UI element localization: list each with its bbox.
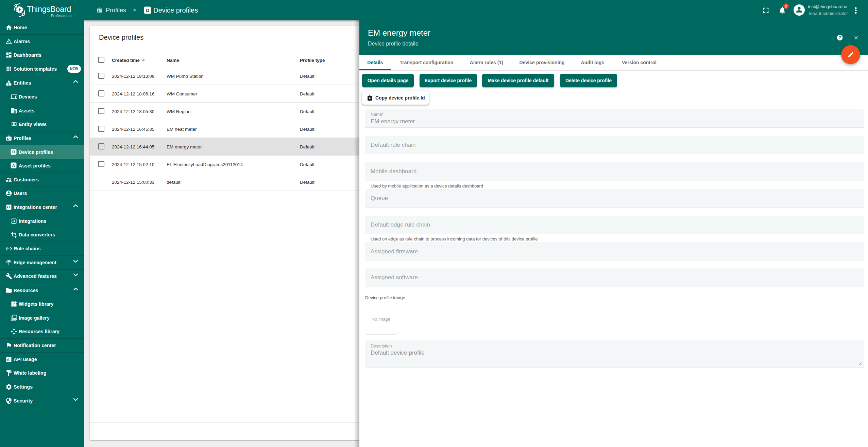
- svg-text:A: A: [12, 163, 15, 167]
- svg-text:Professional: Professional: [51, 14, 71, 18]
- svg-text:ThingsBoard: ThingsBoard: [27, 5, 71, 14]
- svg-text:D: D: [146, 8, 149, 13]
- svg-text:D: D: [12, 150, 15, 154]
- svg-text:?: ?: [838, 35, 841, 40]
